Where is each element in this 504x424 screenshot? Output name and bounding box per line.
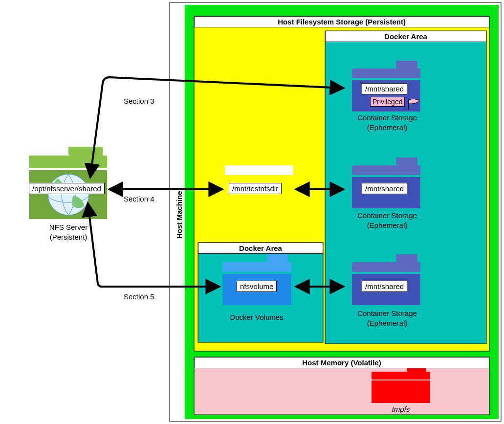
svg-rect-11 bbox=[352, 68, 420, 78]
container3-caption-2: (Ephemeral) bbox=[367, 319, 408, 327]
svg-rect-26 bbox=[225, 165, 293, 175]
svg-rect-14 bbox=[352, 165, 420, 175]
svg-rect-15 bbox=[396, 157, 417, 165]
svg-rect-6 bbox=[29, 156, 107, 168]
container3-mount-path: /mnt/shared bbox=[362, 281, 407, 292]
svg-rect-12 bbox=[396, 61, 417, 68]
docker-area-right-header: Docker Area bbox=[325, 31, 486, 42]
host-fs-header: Host Filesystem Storage (Persistent) bbox=[194, 16, 489, 27]
svg-rect-17 bbox=[352, 262, 420, 272]
privileged-flag: Privileged bbox=[370, 97, 405, 107]
svg-rect-23 bbox=[372, 372, 430, 379]
svg-rect-20 bbox=[222, 262, 291, 272]
container2-mount-path: /mnt/shared bbox=[362, 183, 407, 194]
container1-caption-2: (Ephemeral) bbox=[367, 123, 408, 132]
host-bind-path: /mnt/testnfsdir bbox=[229, 183, 282, 194]
container1-mount-path: /mnt/shared bbox=[362, 83, 407, 94]
svg-rect-21 bbox=[266, 254, 288, 262]
nfs-caption-1: NFS Server bbox=[49, 223, 88, 231]
container2-caption-1: Container Storage bbox=[357, 211, 417, 220]
docker-area-left-header: Docker Area bbox=[198, 243, 323, 254]
svg-rect-25 bbox=[372, 380, 430, 403]
section-5-label: Section 5 bbox=[124, 292, 154, 301]
docker-volume-name: nfsvolume bbox=[237, 281, 277, 292]
svg-point-9 bbox=[48, 174, 89, 215]
container1-caption-1: Container Storage bbox=[357, 113, 417, 122]
section-4-label: Section 4 bbox=[124, 195, 154, 203]
tmpfs-label: tmpfs bbox=[392, 405, 410, 413]
section-3-label: Section 3 bbox=[124, 97, 154, 105]
container2-caption-2: (Ephemeral) bbox=[367, 221, 408, 229]
docker-volumes-caption: Docker Volumes bbox=[230, 313, 283, 321]
nfs-caption-2: (Persistent) bbox=[50, 233, 88, 241]
container3-caption-1: Container Storage bbox=[357, 309, 417, 317]
host-memory-header: Host Memory (Volatile) bbox=[194, 357, 489, 368]
svg-rect-7 bbox=[68, 147, 103, 156]
svg-rect-18 bbox=[396, 254, 417, 262]
nfs-path: /opt/nfsserver/shared bbox=[29, 183, 105, 194]
